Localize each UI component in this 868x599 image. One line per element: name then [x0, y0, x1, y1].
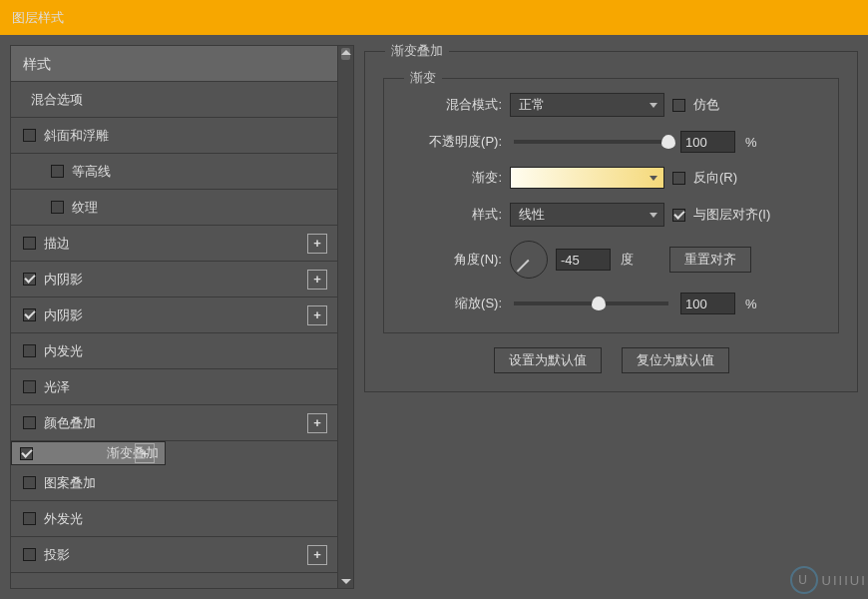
opacity-unit: % — [745, 135, 757, 150]
style-select[interactable]: 线性 — [510, 203, 664, 227]
style-checkbox[interactable] — [51, 165, 64, 178]
blend-mode-label: 混合模式: — [402, 96, 502, 114]
add-effect-button[interactable]: + — [307, 413, 327, 433]
group-title: 渐变叠加 — [385, 42, 449, 60]
reverse-label: 反向(R) — [693, 169, 737, 187]
style-label: 描边 — [44, 235, 70, 253]
opacity-label: 不透明度(P): — [402, 133, 502, 151]
style-item-8[interactable]: 光泽 — [11, 369, 337, 405]
angle-label: 角度(N): — [402, 251, 502, 269]
opacity-thumb[interactable] — [661, 135, 675, 149]
scale-slider[interactable] — [514, 301, 668, 305]
gradient-label: 渐变: — [402, 169, 502, 187]
reset-default-button[interactable]: 复位为默认值 — [622, 347, 729, 373]
align-checkbox[interactable] — [672, 209, 685, 222]
style-checkbox[interactable] — [51, 201, 64, 214]
opacity-input[interactable] — [680, 131, 735, 153]
add-effect-button[interactable]: + — [135, 443, 155, 463]
style-checkbox[interactable] — [23, 416, 36, 429]
align-label: 与图层对齐(I) — [693, 206, 770, 224]
styles-list: 样式 混合选项斜面和浮雕等高线纹理描边+内阴影+内阴影+内发光光泽颜色叠加+渐变… — [11, 46, 337, 588]
style-item-12[interactable]: 外发光 — [11, 501, 337, 537]
style-checkbox[interactable] — [23, 308, 36, 321]
add-effect-button[interactable]: + — [307, 234, 327, 254]
style-label: 混合选项 — [31, 91, 83, 109]
blend-mode-select[interactable]: 正常 — [510, 93, 664, 117]
style-item-1[interactable]: 斜面和浮雕 — [11, 118, 337, 154]
scale-unit: % — [745, 297, 757, 311]
watermark-icon: U — [790, 566, 818, 594]
content-area: 样式 混合选项斜面和浮雕等高线纹理描边+内阴影+内阴影+内发光光泽颜色叠加+渐变… — [0, 35, 868, 599]
opacity-slider[interactable] — [514, 140, 668, 144]
style-item-2[interactable]: 等高线 — [11, 154, 337, 190]
style-item-4[interactable]: 描边+ — [11, 226, 337, 262]
style-checkbox[interactable] — [23, 512, 36, 525]
gradient-group: 渐变 混合模式: 正常 仿色 不透明度(P): % — [383, 78, 839, 333]
style-value: 线性 — [519, 206, 545, 224]
reset-align-button[interactable]: 重置对齐 — [669, 247, 751, 273]
style-item-11[interactable]: 图案叠加 — [11, 465, 337, 501]
style-label: 颜色叠加 — [44, 414, 96, 432]
style-label: 外发光 — [44, 510, 83, 528]
scroll-up-icon[interactable] — [341, 50, 351, 55]
style-checkbox[interactable] — [23, 273, 36, 286]
gradient-swatch[interactable] — [510, 167, 664, 189]
style-checkbox[interactable] — [23, 548, 36, 561]
blend-mode-value: 正常 — [519, 96, 545, 114]
style-label: 光泽 — [44, 378, 70, 396]
dial-needle — [517, 260, 529, 272]
styles-sidebar: 样式 混合选项斜面和浮雕等高线纹理描边+内阴影+内阴影+内发光光泽颜色叠加+渐变… — [10, 45, 354, 589]
style-checkbox[interactable] — [23, 476, 36, 489]
style-item-5[interactable]: 内阴影+ — [11, 262, 337, 298]
style-item-10[interactable]: 渐变叠加+ — [11, 441, 166, 465]
add-effect-button[interactable]: + — [307, 305, 327, 325]
style-item-0[interactable]: 混合选项 — [11, 82, 337, 118]
style-item-7[interactable]: 内发光 — [11, 333, 337, 369]
add-effect-button[interactable]: + — [307, 545, 327, 565]
style-label: 内阴影 — [44, 306, 83, 324]
style-item-3[interactable]: 纹理 — [11, 190, 337, 226]
style-item-9[interactable]: 颜色叠加+ — [11, 405, 337, 441]
add-effect-button[interactable]: + — [307, 270, 327, 290]
dither-label: 仿色 — [693, 96, 719, 114]
style-label: 内发光 — [44, 342, 83, 360]
style-item-13[interactable]: 投影+ — [11, 537, 337, 573]
styles-header: 样式 — [11, 46, 337, 82]
window-title: 图层样式 — [12, 10, 64, 25]
title-bar: 图层样式 — [0, 0, 868, 35]
watermark: U UIIIUIII — [790, 566, 868, 594]
scale-input[interactable] — [680, 293, 735, 314]
settings-panel: 渐变叠加 渐变 混合模式: 正常 仿色 不透明度(P): % — [364, 45, 858, 589]
angle-unit: 度 — [621, 251, 634, 269]
gradient-overlay-group: 渐变叠加 渐变 混合模式: 正常 仿色 不透明度(P): % — [364, 51, 858, 392]
dither-checkbox[interactable] — [672, 99, 685, 112]
scale-thumb[interactable] — [592, 297, 606, 310]
scale-label: 缩放(S): — [402, 295, 502, 312]
style-label: 样式: — [402, 206, 502, 224]
style-label: 投影 — [44, 546, 70, 564]
style-label: 内阴影 — [44, 271, 83, 289]
set-default-button[interactable]: 设置为默认值 — [494, 347, 602, 373]
chevron-down-icon — [650, 213, 657, 218]
style-checkbox[interactable] — [23, 237, 36, 250]
angle-dial[interactable] — [510, 241, 548, 279]
chevron-down-icon — [650, 103, 657, 108]
inner-group-title: 渐变 — [404, 69, 442, 87]
style-label: 等高线 — [72, 163, 111, 181]
style-checkbox[interactable] — [23, 344, 36, 357]
reverse-checkbox[interactable] — [672, 172, 685, 185]
style-checkbox[interactable] — [20, 447, 33, 460]
style-label: 图案叠加 — [44, 474, 96, 492]
style-item-6[interactable]: 内阴影+ — [11, 298, 337, 333]
scroll-down-icon[interactable] — [341, 579, 351, 584]
style-checkbox[interactable] — [23, 129, 36, 142]
sidebar-scrollbar[interactable] — [337, 46, 353, 588]
style-label: 纹理 — [72, 199, 98, 217]
style-checkbox[interactable] — [23, 380, 36, 393]
style-label: 斜面和浮雕 — [44, 127, 109, 145]
angle-input[interactable] — [556, 249, 611, 271]
chevron-down-icon — [650, 176, 657, 181]
